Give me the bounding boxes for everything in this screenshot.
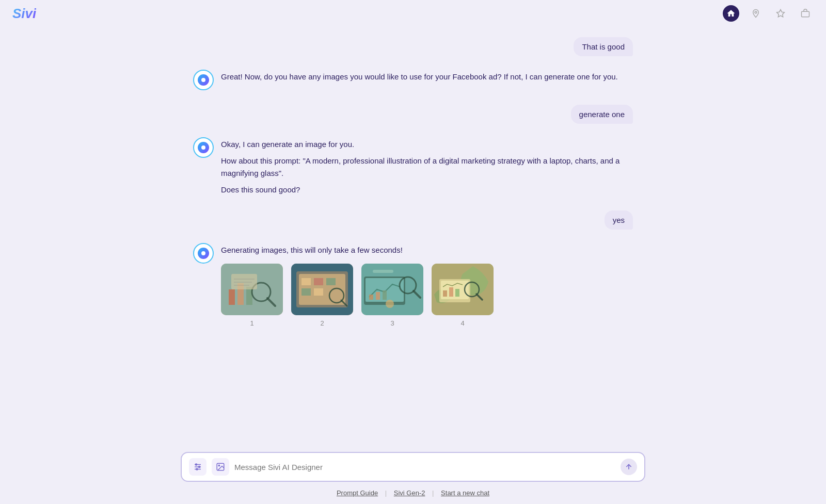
svg-rect-2 xyxy=(802,11,809,17)
app-logo: Sivi xyxy=(12,6,36,22)
chat-area: That is good Great! Now, do you have any… xyxy=(0,27,826,447)
ai-avatar xyxy=(193,70,214,90)
image-thumb-3[interactable] xyxy=(361,264,423,315)
send-button[interactable] xyxy=(621,459,637,475)
ai-message-text: Great! Now, do you have any images you w… xyxy=(221,71,633,83)
image-upload-button[interactable] xyxy=(212,458,229,476)
svg-rect-19 xyxy=(301,288,311,296)
bag-icon[interactable] xyxy=(797,5,814,22)
prompt-guide-link[interactable]: Prompt Guide xyxy=(337,489,378,497)
svg-point-31 xyxy=(386,300,394,308)
ai-message-row-images: Generating images, this will only take a… xyxy=(193,242,633,329)
svg-point-45 xyxy=(199,466,200,468)
user-message-text: That is good xyxy=(582,42,625,51)
svg-point-0 xyxy=(755,11,757,13)
ai-avatar-inner xyxy=(198,142,209,153)
ai-message-line-3: Does this sound good? xyxy=(221,184,633,196)
svg-rect-16 xyxy=(301,278,311,285)
svg-rect-32 xyxy=(373,270,393,273)
home-icon[interactable] xyxy=(723,5,739,22)
ai-avatar xyxy=(193,243,214,264)
svg-point-46 xyxy=(196,468,198,470)
ai-avatar xyxy=(193,137,214,158)
svg-rect-36 xyxy=(443,290,447,297)
user-message-text: generate one xyxy=(579,110,625,119)
user-message-row: That is good xyxy=(193,37,633,56)
image-num-4: 4 xyxy=(460,318,464,329)
ai-text: Great! Now, do you have any images you w… xyxy=(221,69,633,83)
svg-rect-4 xyxy=(229,289,235,305)
image-num-3: 3 xyxy=(390,318,394,329)
ai-avatar-dot xyxy=(201,78,205,82)
user-bubble: generate one xyxy=(571,105,633,124)
svg-rect-17 xyxy=(314,278,323,285)
image-thumb-1[interactable] xyxy=(221,264,283,315)
svg-rect-37 xyxy=(449,287,453,297)
image-num-2: 2 xyxy=(320,318,324,329)
svg-rect-27 xyxy=(376,292,380,300)
svg-rect-38 xyxy=(455,289,459,297)
user-bubble: That is good xyxy=(574,37,633,56)
svg-rect-18 xyxy=(326,278,336,285)
ai-avatar-inner xyxy=(198,248,209,259)
svg-rect-28 xyxy=(383,290,387,300)
message-input[interactable] xyxy=(234,463,615,472)
header-icon-group xyxy=(723,5,814,22)
footer-separator-2: | xyxy=(432,489,434,497)
svg-marker-1 xyxy=(777,10,785,17)
chat-inner: That is good Great! Now, do you have any… xyxy=(181,37,645,344)
user-message-row: generate one xyxy=(193,105,633,124)
svg-point-48 xyxy=(218,465,219,466)
ai-generating-text: Generating images, this will only take a… xyxy=(221,244,633,256)
svg-rect-20 xyxy=(314,288,323,296)
new-chat-link[interactable]: Start a new chat xyxy=(441,489,489,497)
image-num-1: 1 xyxy=(250,318,253,329)
input-box xyxy=(181,452,645,482)
image-grid: 1 xyxy=(221,264,633,329)
svg-rect-9 xyxy=(231,274,257,289)
star-icon[interactable] xyxy=(772,5,789,22)
image-card-3[interactable]: 3 xyxy=(361,264,423,329)
ai-message-line-1: Okay, I can generate an image for you. xyxy=(221,138,633,151)
location-icon[interactable] xyxy=(748,5,764,22)
settings-icon-button[interactable] xyxy=(189,458,206,476)
ai-message-line-2: How about this prompt: "A modern, profes… xyxy=(221,155,633,180)
header: Sivi xyxy=(0,0,826,27)
footer-separator-1: | xyxy=(385,489,387,497)
ai-avatar-dot xyxy=(201,145,205,150)
ai-avatar-dot xyxy=(201,251,205,255)
image-card-4[interactable]: 4 xyxy=(432,264,494,329)
sivi-gen2-link[interactable]: Sivi Gen-2 xyxy=(394,489,425,497)
user-message-row: yes xyxy=(193,210,633,230)
input-area xyxy=(0,447,826,486)
ai-text: Generating images, this will only take a… xyxy=(221,242,633,329)
ai-message-row: Great! Now, do you have any images you w… xyxy=(193,69,633,90)
svg-point-44 xyxy=(196,464,197,465)
svg-rect-26 xyxy=(369,295,373,300)
image-card-2[interactable]: 2 xyxy=(291,264,353,329)
image-card-1[interactable]: 1 xyxy=(221,264,283,329)
image-thumb-4[interactable] xyxy=(432,264,494,315)
user-message-text: yes xyxy=(613,216,625,224)
ai-text: Okay, I can generate an image for you. H… xyxy=(221,136,633,196)
ai-message-row: Okay, I can generate an image for you. H… xyxy=(193,136,633,196)
footer-links: Prompt Guide | Sivi Gen-2 | Start a new … xyxy=(0,486,826,504)
ai-avatar-inner xyxy=(198,74,209,86)
user-bubble: yes xyxy=(605,210,633,230)
image-thumb-2[interactable] xyxy=(291,264,353,315)
